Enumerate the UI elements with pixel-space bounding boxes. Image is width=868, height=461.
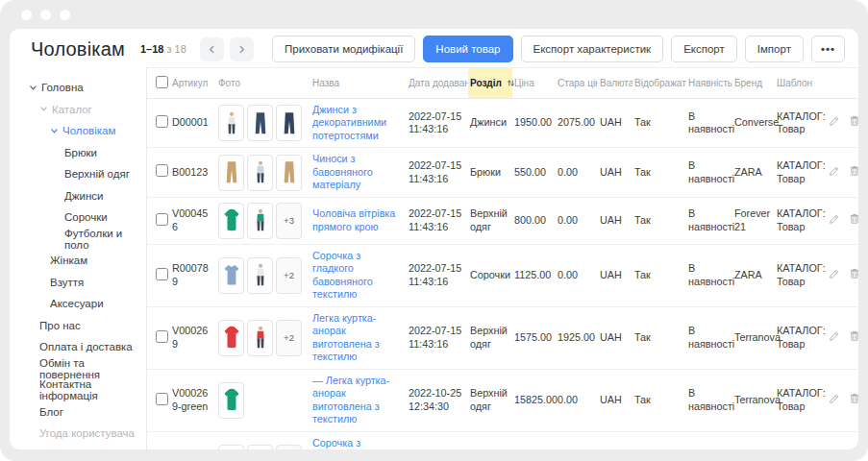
person-photo-thumbnail[interactable]: [247, 203, 273, 239]
product-template: КАТАЛОГ: Товар: [775, 148, 821, 197]
row-checkbox[interactable]: [156, 164, 168, 177]
sidebar-item-14[interactable]: Контактна інформація: [10, 379, 146, 401]
jacket-photo-thumbnail[interactable]: [218, 382, 244, 419]
sidebar-item-12[interactable]: Оплата і доставка: [10, 336, 146, 358]
pants-photo-thumbnail[interactable]: [276, 105, 302, 141]
person-photo-thumbnail[interactable]: [247, 155, 273, 191]
window-close-button[interactable]: [21, 10, 32, 20]
delete-icon[interactable]: [849, 115, 858, 127]
row-checkbox[interactable]: [156, 330, 168, 343]
shirt-photo-thumbnail[interactable]: [218, 445, 244, 449]
new-product-button[interactable]: Новий товар: [423, 36, 512, 62]
product-section: Брюки: [468, 148, 512, 197]
row-checkbox[interactable]: [156, 393, 168, 405]
person-photo-thumbnail[interactable]: [247, 320, 273, 356]
product-display: Так: [632, 148, 686, 197]
window-titlebar: [0, 0, 868, 29]
sidebar-item-4[interactable]: Верхній одяг: [10, 163, 146, 185]
row-checkbox[interactable]: [156, 213, 168, 226]
chevron-down-icon: [29, 84, 37, 92]
sidebar-item-7[interactable]: Футболки и поло: [10, 229, 146, 251]
more-photos-badge[interactable]: +3: [276, 203, 302, 239]
person-photo-thumbnail[interactable]: [247, 257, 273, 294]
more-photos-badge[interactable]: +2: [276, 445, 302, 449]
sidebar-item-2[interactable]: Чоловікам: [10, 120, 146, 142]
more-photos-badge[interactable]: +2: [276, 257, 302, 294]
more-photos-badge[interactable]: +2: [276, 320, 302, 356]
delete-icon[interactable]: [849, 268, 858, 279]
window-maximize-button[interactable]: [60, 10, 70, 20]
product-name-link[interactable]: Сорочка з бавовняного матеріалу притален…: [312, 437, 400, 449]
jacket-photo-thumbnail[interactable]: [218, 320, 244, 356]
product-sku: D00001: [170, 99, 216, 148]
edit-icon[interactable]: [829, 115, 840, 127]
edit-icon[interactable]: [829, 330, 840, 342]
shirt-photo-thumbnail[interactable]: [218, 257, 244, 294]
chevron-down-icon: [50, 127, 59, 135]
export-characteristics-button[interactable]: Експорт характеристик: [521, 36, 664, 62]
chevron-down-icon: [39, 105, 48, 113]
sidebar-item-6[interactable]: Сорочки: [10, 206, 146, 229]
sidebar-item-10[interactable]: Аксесуари: [10, 293, 146, 315]
delete-icon[interactable]: [849, 213, 858, 225]
chevron-right-icon: [237, 45, 246, 54]
product-sku: V000269-green: [170, 369, 216, 431]
product-name-link[interactable]: Легка куртка-анорак виготовлена з тексти…: [312, 312, 380, 362]
pants-photo-thumbnail[interactable]: [218, 155, 244, 191]
sidebar-item-label: Верхній одяг: [64, 168, 130, 180]
person-photo-thumbnail[interactable]: [247, 445, 273, 449]
import-button[interactable]: Імпорт: [745, 36, 804, 62]
product-date: 2022-07-15 11:43:16: [407, 197, 468, 244]
sidebar-item-8[interactable]: Жінкам: [10, 250, 146, 272]
pants-photo-thumbnail[interactable]: [276, 155, 302, 191]
product-template: КАТАЛОГ: Товар: [775, 99, 821, 148]
pagination-prev-button[interactable]: [200, 37, 224, 61]
edit-icon[interactable]: [829, 393, 840, 404]
table-row: V000269 +2 Легка куртка-анорак виготовле…: [147, 306, 858, 369]
table-row: R000789 +2 Сорочка з гладкого бавовняног…: [147, 244, 858, 306]
sidebar-item-15[interactable]: Блог: [10, 401, 146, 424]
sidebar-item-16[interactable]: Угода користувача: [10, 423, 146, 445]
pagination-total: з 18: [166, 43, 186, 55]
export-button[interactable]: Експорт: [671, 36, 737, 62]
sidebar-item-label: Головна: [41, 82, 84, 93]
product-display: Так: [632, 99, 686, 148]
edit-icon[interactable]: [829, 268, 840, 279]
pants-photo-thumbnail[interactable]: [247, 105, 273, 141]
jacket-photo-thumbnail[interactable]: [218, 203, 244, 239]
column-header-section[interactable]: Розділ: [468, 68, 512, 99]
sidebar-item-17[interactable]: Відгуки про магазин: [10, 445, 146, 450]
product-name-link[interactable]: Сорочка з гладкого бавовняного текстилю: [312, 250, 373, 300]
pagination-next-button[interactable]: [230, 37, 254, 61]
delete-icon[interactable]: [849, 393, 858, 404]
product-template: КАТАЛОГ: Товар: [775, 197, 821, 244]
product-brand: Terranova: [732, 369, 775, 431]
product-name-link[interactable]: Чиноси з бавовняного матеріалу: [312, 153, 373, 190]
sidebar-item-label: Брюки: [64, 147, 97, 158]
column-header-date: Дата додавання: [407, 68, 468, 99]
sidebar-item-5[interactable]: Джинси: [10, 185, 146, 207]
sidebar-item-0[interactable]: Головна: [10, 77, 146, 99]
app-window: Чоловікам 1–18 з 18 Приховати модифікаці…: [0, 0, 868, 461]
product-name-link[interactable]: Джинси з декоративними потертостями: [312, 104, 386, 141]
sidebar-item-1[interactable]: Каталог: [10, 99, 146, 121]
row-checkbox[interactable]: [156, 268, 168, 280]
sidebar-item-11[interactable]: Про нас: [10, 315, 146, 337]
select-all-checkbox[interactable]: [156, 76, 168, 88]
delete-icon[interactable]: [849, 165, 858, 177]
sidebar-item-13[interactable]: Обмін та повернення: [10, 358, 146, 380]
row-checkbox[interactable]: [156, 115, 168, 128]
table-row: V000456 +3 Чоловіча вітрівка прямого кро…: [147, 197, 858, 244]
window-minimize-button[interactable]: [40, 10, 51, 20]
edit-icon[interactable]: [829, 213, 840, 225]
page-header: Чоловікам 1–18 з 18 Приховати модифікаці…: [10, 29, 858, 67]
edit-icon[interactable]: [829, 165, 840, 177]
delete-icon[interactable]: [849, 330, 858, 342]
more-options-button[interactable]: •••: [811, 36, 845, 62]
product-name-link[interactable]: — Легка куртка-анорак виготовлена з текс…: [312, 375, 389, 425]
sidebar-item-9[interactable]: Взуття: [10, 272, 146, 294]
sidebar-item-3[interactable]: Брюки: [10, 142, 146, 164]
person-photo-thumbnail[interactable]: [218, 105, 244, 141]
product-name-link[interactable]: Чоловіча вітрівка прямого крою: [312, 207, 395, 231]
hide-modifications-button[interactable]: Приховати модифікації: [272, 36, 415, 62]
